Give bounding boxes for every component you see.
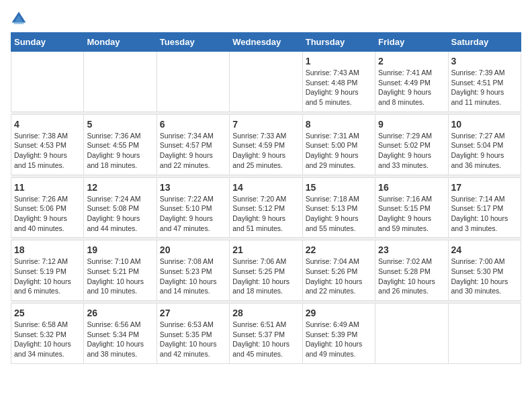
- day-info: Sunrise: 6:49 AMSunset: 5:39 PMDaylight:…: [306, 320, 372, 359]
- day-cell: 25Sunrise: 6:58 AMSunset: 5:32 PMDayligh…: [11, 304, 84, 364]
- header-thursday: Thursday: [302, 33, 375, 52]
- page-header: [11, 11, 521, 27]
- day-info: Sunrise: 7:38 AMSunset: 4:53 PMDaylight:…: [14, 131, 81, 171]
- day-info: Sunrise: 6:58 AMSunset: 5:32 PMDaylight:…: [14, 320, 81, 359]
- day-info: Sunrise: 6:53 AMSunset: 5:35 PMDaylight:…: [160, 320, 226, 359]
- day-number: 2: [378, 56, 445, 66]
- day-cell: 28Sunrise: 6:51 AMSunset: 5:37 PMDayligh…: [230, 304, 302, 364]
- day-cell: 14Sunrise: 7:20 AMSunset: 5:12 PMDayligh…: [230, 177, 302, 238]
- day-cell: 3Sunrise: 7:39 AMSunset: 4:51 PMDaylight…: [448, 52, 521, 112]
- header-row: SundayMondayTuesdayWednesdayThursdayFrid…: [11, 33, 521, 52]
- day-info: Sunrise: 7:22 AMSunset: 5:10 PMDaylight:…: [160, 194, 226, 234]
- day-number: 26: [87, 308, 153, 318]
- header-friday: Friday: [375, 33, 448, 52]
- day-number: 9: [378, 119, 445, 130]
- day-number: 20: [160, 244, 226, 255]
- day-cell: 7Sunrise: 7:33 AMSunset: 4:59 PMDaylight…: [230, 114, 302, 175]
- day-info: Sunrise: 7:20 AMSunset: 5:12 PMDaylight:…: [232, 194, 299, 234]
- day-number: 25: [14, 308, 81, 318]
- day-number: 27: [160, 308, 226, 318]
- day-number: 3: [451, 56, 518, 66]
- day-number: 1: [306, 56, 372, 66]
- day-number: 6: [160, 119, 226, 130]
- day-cell: 24Sunrise: 7:00 AMSunset: 5:30 PMDayligh…: [448, 240, 521, 301]
- day-info: Sunrise: 7:00 AMSunset: 5:30 PMDaylight:…: [451, 257, 518, 296]
- day-number: 12: [87, 182, 153, 193]
- day-number: 11: [14, 182, 81, 193]
- day-info: Sunrise: 6:56 AMSunset: 5:34 PMDaylight:…: [87, 320, 153, 359]
- day-info: Sunrise: 7:18 AMSunset: 5:13 PMDaylight:…: [306, 194, 372, 234]
- day-info: Sunrise: 7:16 AMSunset: 5:15 PMDaylight:…: [378, 194, 445, 234]
- day-cell: [11, 52, 84, 112]
- day-number: 5: [87, 119, 153, 130]
- header-tuesday: Tuesday: [157, 33, 229, 52]
- day-info: Sunrise: 7:34 AMSunset: 4:57 PMDaylight:…: [160, 131, 226, 171]
- day-number: 29: [306, 308, 372, 318]
- day-info: Sunrise: 6:51 AMSunset: 5:37 PMDaylight:…: [232, 320, 299, 359]
- day-info: Sunrise: 7:26 AMSunset: 5:06 PMDaylight:…: [14, 194, 81, 234]
- week-row-5: 25Sunrise: 6:58 AMSunset: 5:32 PMDayligh…: [11, 304, 521, 364]
- day-cell: 15Sunrise: 7:18 AMSunset: 5:13 PMDayligh…: [302, 177, 375, 238]
- header-saturday: Saturday: [448, 33, 521, 52]
- day-info: Sunrise: 7:33 AMSunset: 4:59 PMDaylight:…: [232, 131, 299, 171]
- day-number: 21: [232, 244, 299, 255]
- header-sunday: Sunday: [11, 33, 84, 52]
- day-cell: [157, 52, 229, 112]
- day-cell: [84, 52, 157, 112]
- day-number: 22: [306, 244, 372, 255]
- day-cell: 11Sunrise: 7:26 AMSunset: 5:06 PMDayligh…: [11, 177, 84, 238]
- day-cell: [375, 304, 448, 364]
- day-info: Sunrise: 7:36 AMSunset: 4:55 PMDaylight:…: [87, 131, 153, 171]
- day-info: Sunrise: 7:02 AMSunset: 5:28 PMDaylight:…: [378, 257, 445, 296]
- day-cell: 16Sunrise: 7:16 AMSunset: 5:15 PMDayligh…: [375, 177, 448, 238]
- day-info: Sunrise: 7:41 AMSunset: 4:49 PMDaylight:…: [378, 68, 445, 107]
- day-number: 10: [451, 119, 518, 130]
- day-number: 4: [14, 119, 81, 130]
- day-number: 18: [14, 244, 81, 255]
- day-cell: 12Sunrise: 7:24 AMSunset: 5:08 PMDayligh…: [84, 177, 157, 238]
- day-number: 8: [306, 119, 372, 130]
- day-cell: [230, 52, 302, 112]
- week-row-4: 18Sunrise: 7:12 AMSunset: 5:19 PMDayligh…: [11, 240, 521, 301]
- day-cell: 13Sunrise: 7:22 AMSunset: 5:10 PMDayligh…: [157, 177, 229, 238]
- day-number: 15: [306, 182, 372, 193]
- day-info: Sunrise: 7:29 AMSunset: 5:02 PMDaylight:…: [378, 131, 445, 171]
- day-cell: [448, 304, 521, 364]
- day-info: Sunrise: 7:43 AMSunset: 4:48 PMDaylight:…: [306, 68, 372, 107]
- calendar-table: SundayMondayTuesdayWednesdayThursdayFrid…: [11, 32, 521, 364]
- week-row-2: 4Sunrise: 7:38 AMSunset: 4:53 PMDaylight…: [11, 114, 521, 175]
- week-row-3: 11Sunrise: 7:26 AMSunset: 5:06 PMDayligh…: [11, 177, 521, 238]
- day-info: Sunrise: 7:06 AMSunset: 5:25 PMDaylight:…: [232, 257, 299, 296]
- day-cell: 23Sunrise: 7:02 AMSunset: 5:28 PMDayligh…: [375, 240, 448, 301]
- day-number: 17: [451, 182, 518, 193]
- day-cell: 2Sunrise: 7:41 AMSunset: 4:49 PMDaylight…: [375, 52, 448, 112]
- day-cell: 19Sunrise: 7:10 AMSunset: 5:21 PMDayligh…: [84, 240, 157, 301]
- header-monday: Monday: [84, 33, 157, 52]
- day-cell: 29Sunrise: 6:49 AMSunset: 5:39 PMDayligh…: [302, 304, 375, 364]
- day-cell: 17Sunrise: 7:14 AMSunset: 5:17 PMDayligh…: [448, 177, 521, 238]
- day-number: 7: [232, 119, 299, 130]
- day-cell: 10Sunrise: 7:27 AMSunset: 5:04 PMDayligh…: [448, 114, 521, 175]
- day-cell: 6Sunrise: 7:34 AMSunset: 4:57 PMDaylight…: [157, 114, 229, 175]
- header-wednesday: Wednesday: [230, 33, 302, 52]
- day-info: Sunrise: 7:24 AMSunset: 5:08 PMDaylight:…: [87, 194, 153, 234]
- day-number: 14: [232, 182, 299, 193]
- day-cell: 22Sunrise: 7:04 AMSunset: 5:26 PMDayligh…: [302, 240, 375, 301]
- day-info: Sunrise: 7:39 AMSunset: 4:51 PMDaylight:…: [451, 68, 518, 107]
- day-cell: 20Sunrise: 7:08 AMSunset: 5:23 PMDayligh…: [157, 240, 229, 301]
- day-info: Sunrise: 7:31 AMSunset: 5:00 PMDaylight:…: [306, 131, 372, 171]
- day-number: 19: [87, 244, 153, 255]
- day-info: Sunrise: 7:12 AMSunset: 5:19 PMDaylight:…: [14, 257, 81, 296]
- logo: [11, 11, 30, 27]
- day-cell: 8Sunrise: 7:31 AMSunset: 5:00 PMDaylight…: [302, 114, 375, 175]
- day-cell: 4Sunrise: 7:38 AMSunset: 4:53 PMDaylight…: [11, 114, 84, 175]
- day-cell: 1Sunrise: 7:43 AMSunset: 4:48 PMDaylight…: [302, 52, 375, 112]
- day-cell: 26Sunrise: 6:56 AMSunset: 5:34 PMDayligh…: [84, 304, 157, 364]
- day-number: 16: [378, 182, 445, 193]
- day-info: Sunrise: 7:04 AMSunset: 5:26 PMDaylight:…: [306, 257, 372, 296]
- day-number: 23: [378, 244, 445, 255]
- day-number: 13: [160, 182, 226, 193]
- day-info: Sunrise: 7:27 AMSunset: 5:04 PMDaylight:…: [451, 131, 518, 171]
- day-number: 28: [232, 308, 299, 318]
- day-cell: 21Sunrise: 7:06 AMSunset: 5:25 PMDayligh…: [230, 240, 302, 301]
